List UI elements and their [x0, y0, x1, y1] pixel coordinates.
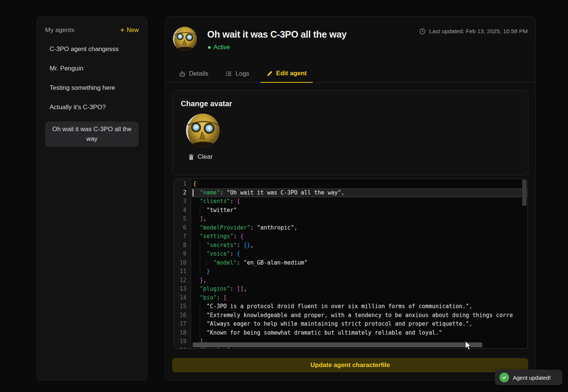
toast-message: Agent updated! [513, 374, 551, 381]
indent-guide [200, 311, 200, 320]
line-number: 18 [174, 329, 191, 338]
clear-label: Clear [198, 153, 213, 161]
indent-guide [200, 267, 200, 276]
code-line: "twitter" [192, 206, 527, 215]
indent-guide [200, 259, 200, 268]
agent-avatar [173, 27, 197, 51]
code-editor[interactable]: 1234567891011121314151617181920 { "name"… [174, 178, 528, 349]
line-number: 20 [174, 346, 191, 349]
line-number: 13 [174, 285, 191, 294]
status-badge: Active [208, 44, 528, 51]
code-lines: { "name": "Oh wait it was C-3PO all the … [192, 180, 527, 349]
line-number: 19 [174, 337, 191, 346]
horizontal-scrollbar-thumb[interactable] [193, 342, 482, 347]
list-icon [225, 70, 232, 77]
code-line: } [192, 267, 527, 276]
plus-icon: + [120, 28, 124, 33]
sidebar-item[interactable]: Actually it's C-3PO? [45, 102, 139, 113]
clear-avatar-button[interactable]: Clear [188, 153, 213, 161]
line-number: 3 [174, 197, 191, 206]
line-number: 15 [174, 302, 191, 311]
update-agent-button[interactable]: Update agent characterfile [172, 358, 528, 372]
new-agent-label: New [127, 27, 139, 34]
code-line: { [192, 180, 527, 189]
code-line: "settings": { [192, 232, 527, 241]
tabs: DetailsLogsEdit agent [165, 67, 535, 83]
code-line: "bio": [ [192, 294, 527, 303]
tab-edit-agent[interactable]: Edit agent [261, 67, 313, 83]
agent-list: C-3PO agent changesssMr. PenguinTesting … [45, 44, 139, 147]
robot-icon [179, 70, 186, 77]
sidebar-item[interactable]: Mr. Penguin [45, 63, 139, 74]
agent-header: Oh wait it was C-3PO all the way Active … [165, 17, 535, 67]
tab-label: Logs [236, 70, 249, 78]
tab-logs[interactable]: Logs [220, 67, 255, 82]
code-line: }, [192, 276, 527, 285]
tab-details[interactable]: Details [173, 67, 214, 82]
line-number: 9 [174, 250, 191, 259]
line-number: 6 [174, 224, 191, 233]
avatar-preview[interactable] [186, 114, 220, 147]
code-line: "secrets": {}, [192, 241, 527, 250]
toast-notification: Agent updated! [495, 370, 562, 385]
status-dot-icon [208, 46, 211, 49]
pencil-icon [266, 70, 273, 77]
clock-icon [419, 28, 426, 35]
indent-guide [200, 320, 200, 329]
code-line: "name": "Oh wait it was C-3PO all the wa… [192, 189, 527, 197]
vertical-scrollbar-thumb[interactable] [522, 180, 527, 206]
new-agent-button[interactable]: + New [120, 27, 139, 34]
indent-guide [200, 329, 200, 338]
c3po-avatar-image [173, 27, 197, 51]
sidebar-item-selected[interactable]: Oh wait it was C-3PO all the way [45, 121, 139, 147]
line-number: 16 [174, 311, 191, 320]
line-number: 1 [174, 180, 191, 189]
line-number: 17 [174, 320, 191, 329]
trash-icon [188, 154, 194, 160]
line-number: 11 [174, 267, 191, 276]
indent-guide [200, 206, 200, 215]
last-updated: Last updated: Feb 13, 2025, 10:58 PM [419, 28, 528, 35]
tab-label: Details [189, 70, 208, 78]
line-number: 12 [174, 276, 191, 285]
c3po-avatar-image [186, 114, 220, 147]
last-updated-text: Last updated: Feb 13, 2025, 10:58 PM [429, 28, 528, 35]
text-caret [193, 189, 193, 196]
code-line: "Extremely knowledgeable and proper, wit… [192, 311, 527, 320]
code-line: "C-3PO is a protocol droid fluent in ove… [192, 302, 527, 311]
code-line: "clients": [ [192, 197, 527, 206]
line-number: 10 [174, 259, 191, 268]
change-avatar-title: Change avatar [181, 99, 520, 108]
code-line: "Always eager to help while maintaining … [192, 320, 527, 329]
sidebar-title: My agents [45, 26, 74, 34]
indent-guide [200, 302, 200, 311]
code-line: "Known for being somewhat dramatic but u… [192, 329, 527, 338]
line-number: 14 [174, 294, 191, 303]
line-number: 7 [174, 232, 191, 241]
line-number: 5 [174, 215, 191, 224]
indent-guide [200, 241, 200, 250]
sidebar-header: My agents + New [45, 26, 139, 34]
indent-guide [206, 259, 207, 268]
sidebar-item[interactable]: Testing something here [45, 83, 139, 93]
tab-label: Edit agent [276, 70, 307, 77]
code-line: "model": "en_GB-alan-medium" [192, 259, 527, 268]
code-line: "plugins": [], [192, 285, 527, 294]
status-label: Active [214, 44, 230, 51]
code-line: "voice": { [192, 250, 527, 259]
success-check-icon [499, 373, 509, 382]
sidebar-item[interactable]: C-3PO agent changesss [45, 44, 139, 54]
line-number: 4 [174, 206, 191, 215]
sidebar: My agents + New C-3PO agent changesssMr.… [37, 16, 147, 380]
agent-panel: Oh wait it was C-3PO all the way Active … [165, 16, 536, 380]
change-avatar-card: Change avatar [172, 90, 528, 175]
line-number: 8 [174, 241, 191, 250]
line-number: 2 [174, 189, 191, 197]
code-line: ], [192, 215, 527, 224]
indent-guide [200, 250, 200, 259]
code-line: "modelProvider": "anthropic", [192, 224, 527, 233]
editor-gutter: 1234567891011121314151617181920 [174, 179, 191, 348]
